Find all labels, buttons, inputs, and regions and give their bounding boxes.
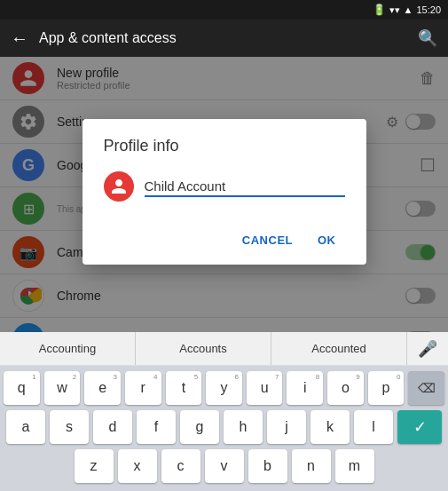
ok-button[interactable]: OK [309, 226, 345, 254]
profile-name-input[interactable] [145, 177, 345, 197]
key-v[interactable]: v [205, 449, 244, 483]
key-k[interactable]: k [310, 410, 350, 444]
page-title: App & content access [39, 30, 407, 46]
key-u[interactable]: 7u [247, 371, 283, 405]
key-n[interactable]: n [292, 449, 331, 483]
key-m[interactable]: m [335, 449, 374, 483]
profile-info-dialog: Profile info CANCEL OK [83, 119, 366, 265]
key-b[interactable]: b [248, 449, 287, 483]
app-list-container: New profile Restricted profile 🗑 Setting… [0, 57, 448, 332]
key-s[interactable]: s [50, 410, 89, 444]
mic-icon: 🎤 [418, 339, 437, 359]
key-x[interactable]: x [118, 449, 157, 483]
key-c[interactable]: c [161, 449, 200, 483]
key-z[interactable]: z [75, 449, 114, 483]
autocomplete-item-1[interactable]: Accounting [0, 332, 136, 365]
key-t[interactable]: 5t [166, 371, 202, 405]
keyboard-row-3: z x c v b n m [4, 449, 444, 483]
key-q[interactable]: 1q [4, 371, 40, 405]
signal-icon: ▲ [404, 4, 413, 15]
dialog-title: Profile info [104, 137, 345, 155]
key-l[interactable]: l [354, 410, 393, 444]
key-r[interactable]: 4r [125, 371, 161, 405]
key-e[interactable]: 3e [84, 371, 121, 405]
key-y[interactable]: 6y [206, 371, 242, 405]
status-time: 15:20 [416, 4, 441, 15]
keyboard-row-1: 1q 2w 3e 4r 5t 6y 7u 8i 9o 0p ⌫ [4, 371, 444, 405]
key-i[interactable]: 8i [287, 371, 323, 405]
status-bar: 🔋 ▾▾ ▲ 15:20 [0, 0, 448, 20]
dialog-input-row [104, 171, 345, 202]
keyboard: 1q 2w 3e 4r 5t 6y 7u 8i 9o 0p ⌫ a s d f … [0, 366, 448, 491]
keyboard-row-2: a s d f g h j k l ✓ [4, 410, 444, 444]
key-p[interactable]: 0p [368, 371, 405, 405]
backspace-key[interactable]: ⌫ [408, 371, 444, 405]
battery-icon: 🔋 [373, 4, 386, 16]
key-j[interactable]: j [267, 410, 306, 444]
key-d[interactable]: d [93, 410, 132, 444]
key-h[interactable]: h [224, 410, 263, 444]
back-button[interactable]: ← [11, 28, 28, 49]
mic-button[interactable]: 🎤 [407, 332, 448, 365]
autocomplete-item-2[interactable]: Accounts [136, 332, 271, 365]
search-button[interactable]: 🔍 [418, 28, 437, 48]
key-o[interactable]: 9o [327, 371, 364, 405]
done-key[interactable]: ✓ [397, 410, 442, 444]
status-icons: 🔋 ▾▾ ▲ 15:20 [373, 4, 441, 16]
top-bar: ← App & content access 🔍 [0, 20, 448, 57]
key-a[interactable]: a [6, 410, 45, 444]
wifi-icon: ▾▾ [389, 4, 400, 16]
dialog-actions: CANCEL OK [104, 223, 345, 254]
dialog-input-wrapper [145, 177, 345, 197]
dialog-avatar-icon [104, 171, 134, 202]
key-g[interactable]: g [180, 410, 219, 444]
autocomplete-item-3[interactable]: Accounted [271, 332, 407, 365]
dialog-overlay: Profile info CANCEL OK [0, 57, 448, 332]
key-f[interactable]: f [137, 410, 176, 444]
cancel-button[interactable]: CANCEL [233, 226, 302, 254]
autocomplete-bar: Accounting Accounts Accounted 🎤 [0, 332, 448, 366]
key-w[interactable]: 2w [44, 371, 81, 405]
